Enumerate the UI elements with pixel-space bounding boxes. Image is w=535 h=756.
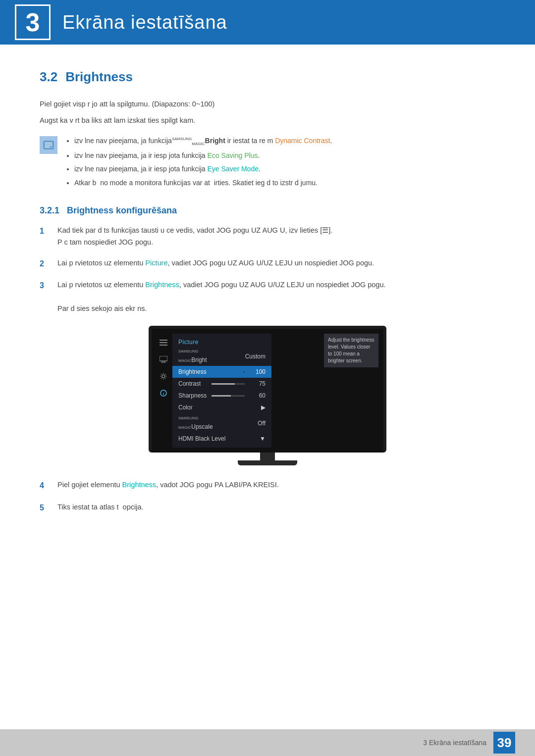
menu-item-brightness: Brightness 100 bbox=[172, 366, 271, 378]
svg-rect-7 bbox=[160, 356, 167, 361]
menu-item-value-color: ▶ bbox=[251, 404, 266, 411]
sharpness-bar-fill bbox=[212, 395, 231, 397]
step-num-3: 3 bbox=[40, 279, 54, 292]
menu-panel-title: Picture bbox=[172, 337, 271, 347]
step-5: 5 Tiks iestat ta atlas t opcija. bbox=[40, 502, 495, 514]
menu-item-value-contrast: 75 bbox=[251, 380, 266, 387]
contrast-bar-track bbox=[212, 383, 245, 385]
monitor-tooltip: Adjust the brightness level. Values clos… bbox=[324, 334, 378, 367]
svg-text:i: i bbox=[163, 392, 164, 396]
chapter-number-box: 3 bbox=[15, 4, 51, 40]
menu-item-sharpness: Sharpness 60 bbox=[172, 390, 271, 402]
contrast-bar-container bbox=[212, 383, 245, 385]
monitor-diagram: i Picture SAMSUNG MAGICBright bbox=[40, 326, 495, 465]
tooltip-text: Adjust the brightness level. Values clos… bbox=[328, 337, 374, 363]
note-item-3: izv lne nav pieejama, ja ir iesp jota fu… bbox=[74, 163, 332, 174]
menu-item-label-magic-upscale: SAMSUNG MAGICUpscale bbox=[178, 416, 245, 430]
monitor-screen: i Picture SAMSUNG MAGICBright bbox=[152, 329, 383, 453]
step-content-3: Lai p rvietotos uz elementu Brightness, … bbox=[57, 279, 495, 315]
menu-panel: Picture SAMSUNG MAGICBright Custom bbox=[172, 334, 271, 448]
header-title: Ekrāna iestatīšana bbox=[62, 12, 227, 33]
svg-rect-6 bbox=[160, 345, 167, 346]
sharpness-bar-container bbox=[212, 395, 245, 397]
menu-item-value-sharpness: 60 bbox=[251, 392, 266, 399]
subsection-title: Brightness konfigurēšana bbox=[67, 205, 177, 215]
brightness-bar-container bbox=[212, 371, 245, 373]
menu-item-value-magic-upscale: Off bbox=[251, 420, 266, 427]
menu-item-value-magic-bright: Custom bbox=[245, 353, 266, 360]
menu-item-value-hdmi: ▼ bbox=[251, 435, 266, 442]
footer: 3 Ekrāna iestatīšana 39 bbox=[0, 729, 535, 756]
step-content-5: Tiks iestat ta atlas t opcija. bbox=[57, 502, 495, 513]
note-list: izv lne nav pieejama, ja funkcijaSAMSUNG… bbox=[65, 135, 332, 191]
step-4: 4 Piel gojiet elementu Brightness, vadot… bbox=[40, 479, 495, 492]
step-2: 2 Lai p rvietotos uz elementu Picture, v… bbox=[40, 257, 495, 270]
step-num-2: 2 bbox=[40, 257, 54, 270]
menu-item-value-brightness: 100 bbox=[251, 368, 266, 375]
page-content: 3.2 Brightness Piel gojiet visp r jo att… bbox=[0, 45, 535, 573]
footer-text: 3 Ekrāna iestatīšana bbox=[423, 739, 486, 747]
menu-item-hdmi: HDMI Black Level ▼ bbox=[172, 433, 271, 445]
monitor-outer: i Picture SAMSUNG MAGICBright bbox=[149, 326, 386, 453]
svg-rect-5 bbox=[160, 342, 167, 343]
menu-item-magic-upscale: SAMSUNG MAGICUpscale Off bbox=[172, 413, 271, 433]
svg-rect-4 bbox=[160, 340, 167, 341]
step-num-1: 1 bbox=[40, 225, 54, 238]
menu-item-color: Color ▶ bbox=[172, 402, 271, 413]
steps-list-2: 4 Piel gojiet elementu Brightness, vadot… bbox=[40, 479, 495, 514]
section-heading: 3.2 Brightness bbox=[40, 69, 495, 85]
note-item-2: izv lne nav pieejama, ja ir iesp jota fu… bbox=[74, 150, 332, 161]
step-1: 1 Kad tiek par d ts funkcijas tausti u c… bbox=[40, 225, 495, 249]
note-box: izv lne nav pieejama, ja funkcijaSAMSUNG… bbox=[40, 135, 495, 191]
footer-page-number: 39 bbox=[493, 732, 515, 754]
monitor-icon-menu bbox=[157, 336, 170, 350]
monitor-icon-gear bbox=[157, 369, 170, 383]
monitor-icon-info: i bbox=[157, 386, 170, 400]
menu-item-label-brightness: Brightness bbox=[178, 368, 212, 375]
section-number: 3.2 bbox=[40, 69, 57, 85]
note-icon bbox=[40, 136, 57, 154]
monitor-base bbox=[238, 460, 297, 465]
contrast-bar-fill bbox=[212, 383, 235, 385]
svg-point-11 bbox=[162, 375, 165, 378]
sharpness-bar-track bbox=[212, 395, 245, 397]
intro-text-2: Augst ka v rt ba liks att lam izskat tie… bbox=[40, 115, 495, 126]
menu-item-label-color: Color bbox=[178, 404, 245, 411]
step-content-1: Kad tiek par d ts funkcijas tausti u ce … bbox=[57, 225, 495, 249]
subsection-heading: 3.2.1 Brightness konfigurēšana bbox=[40, 205, 495, 216]
brightness-bar-track bbox=[212, 371, 245, 373]
menu-item-contrast: Contrast 75 bbox=[172, 378, 271, 390]
menu-icons-col: i bbox=[157, 336, 170, 400]
step-content-2: Lai p rvietotos uz elementu Picture, vad… bbox=[57, 257, 495, 269]
subsection-number: 3.2.1 bbox=[40, 205, 59, 215]
menu-item-label-hdmi: HDMI Black Level bbox=[178, 435, 245, 442]
menu-item-label-sharpness: Sharpness bbox=[178, 392, 212, 399]
note-item-1: izv lne nav pieejama, ja funkcijaSAMSUNG… bbox=[74, 135, 332, 148]
section-title: Brightness bbox=[65, 69, 133, 85]
menu-item-magic-bright: SAMSUNG MAGICBright Custom bbox=[172, 347, 271, 366]
step-num-5: 5 bbox=[40, 502, 54, 514]
brightness-bar-fill bbox=[212, 371, 243, 373]
header-bar: 3 Ekrāna iestatīšana bbox=[0, 0, 535, 45]
menu-item-label-contrast: Contrast bbox=[178, 380, 212, 387]
monitor-stand bbox=[238, 453, 297, 465]
intro-text-1: Piel gojiet visp r jo att la spilgtumu. … bbox=[40, 99, 495, 110]
menu-item-label-magic-bright: SAMSUNG MAGICBright bbox=[178, 349, 239, 363]
note-item-4: Atkar b no mode a monitora funkcijas var… bbox=[74, 177, 332, 188]
steps-list: 1 Kad tiek par d ts funkcijas tausti u c… bbox=[40, 225, 495, 315]
step-num-4: 4 bbox=[40, 479, 54, 492]
step-3: 3 Lai p rvietotos uz elementu Brightness… bbox=[40, 279, 495, 315]
monitor-icon-display bbox=[157, 353, 170, 366]
chapter-number: 3 bbox=[26, 9, 40, 35]
monitor-neck bbox=[260, 453, 275, 460]
step-content-4: Piel gojiet elementu Brightness, vadot J… bbox=[57, 479, 495, 491]
